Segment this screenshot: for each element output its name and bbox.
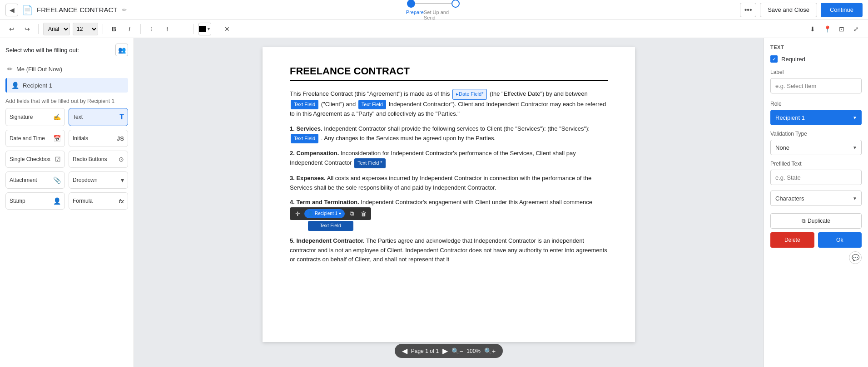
separator-1 [38,24,39,34]
steps-indicator: Prepare Set Up and Send [131,0,736,20]
fullscreen-icon[interactable]: ⤢ [850,23,863,35]
bottom-icon-row: 💬 [770,251,862,264]
zoom-in-button[interactable]: 🔍+ [484,347,496,355]
right-panel: TEXT ✓ Required Label Role Recipient 1 V… [764,38,868,367]
delete-ok-row: Delete Ok [770,232,862,248]
popup-copy-icon[interactable]: ⧉ [347,209,357,219]
text-color-button[interactable]: ▼ [198,23,211,35]
color-swatch [199,26,206,32]
checkbox-field[interactable]: Single Checkbox ☑ [5,151,65,168]
people-icon-button[interactable]: 👥 [115,44,128,56]
popup-recipient-tag[interactable]: 👤 Recipient 1 ▾ [304,209,345,218]
paragraph-1: This Freelance Contract (this "Agreement… [290,89,608,119]
clear-format-button[interactable]: ✕ [221,23,233,35]
title-divider [290,80,608,81]
continue-button[interactable]: Continue [821,3,863,17]
align-center-button[interactable]: ⁞ [161,23,174,35]
italic-button[interactable]: I [123,23,136,35]
align-left-button[interactable]: ⁝ [145,23,158,35]
label-input[interactable] [770,78,862,93]
document-area: FREELANCE CONTRACT This Freelance Contra… [134,38,764,367]
main-layout: Select who will be filling out: 👥 ✏ Me (… [0,38,868,367]
document-page: FREELANCE CONTRACT This Freelance Contra… [263,47,635,342]
stamp-field[interactable]: Stamp 👤 [5,192,65,210]
popup-move-icon[interactable]: ✛ [293,209,303,219]
text-field-chip-3[interactable]: Text Field [291,134,318,144]
validation-select-wrapper: None [770,140,862,155]
paragraph-2: 1. Services. Independent Contractor shal… [290,124,608,143]
chat-icon-button[interactable]: 💬 [849,251,862,264]
field-popup-toolbar: ✛ 👤 Recipient 1 ▾ ⧉ 🗑 [290,207,371,220]
signature-field[interactable]: Signature ✍ [5,108,65,126]
toolbar-right-icons: ⬇ 📍 ⊡ ⤢ [806,23,863,35]
formatting-toolbar: ↩ ↪ Arial 12 B I ⁝ ⁞ ▼ ✕ ⬇ 📍 ⊡ ⤢ [0,20,868,38]
required-option: ✓ Required [770,55,862,63]
top-bar-right: ••• Save and Close Continue [740,3,863,17]
date-time-field[interactable]: Date and Time 📅 [5,130,65,147]
next-page-button[interactable]: ▶ [442,347,448,355]
required-label: Required [781,56,805,63]
select-who-section: Select who will be filling out: 👥 [5,44,128,56]
popup-recipient-label: Recipient 1 [315,210,337,217]
step-line [415,3,451,4]
select-who-label: Select who will be filling out: [5,47,79,54]
view-icon[interactable]: ⊡ [835,23,848,35]
fields-grid: Signature ✍ Text T Date and Time 📅 Initi… [5,108,128,210]
back-button[interactable]: ◀ [5,4,18,16]
undo-button[interactable]: ↩ [5,23,18,35]
formula-field[interactable]: Formula fx [69,192,128,210]
label-field-label: Label [770,69,862,75]
bold-button[interactable]: B [108,23,120,35]
download-icon[interactable]: ⬇ [806,23,819,35]
top-bar-left: ◀ 📄 FREELANCE CONTRACT ✏ [5,4,127,16]
separator-2 [103,24,103,34]
validation-select[interactable]: None [770,140,862,155]
align-right-button[interactable] [176,23,189,35]
popup-recipient-arrow: ▾ [339,210,341,217]
role-label: Role [770,101,862,107]
text-field-chip-1[interactable]: Text Field [291,100,318,110]
text-field[interactable]: Text T [69,108,128,126]
right-panel-title: TEXT [770,44,862,50]
role-select-wrapper: Recipient 1 [770,110,862,125]
save-close-button[interactable]: Save and Close [760,3,817,17]
characters-select[interactable]: Characters [770,191,862,206]
text-field-chip-4[interactable]: Text Field * [354,158,385,168]
add-fields-label: Add fields that will be filled out by Re… [5,98,128,104]
dropdown-field[interactable]: Dropdown ▾ [69,171,128,189]
delete-button[interactable]: Delete [770,232,814,248]
edit-title-icon[interactable]: ✏ [122,7,127,13]
text-field-chip-2[interactable]: Text Field [358,100,386,110]
popup-delete-icon[interactable]: 🗑 [358,209,368,219]
date-field-chip[interactable]: ▸Date Field* [452,89,487,100]
popup-recipient-icon: 👤 [308,210,313,217]
font-family-select[interactable]: Arial [43,23,70,35]
attachment-field[interactable]: Attachment 📎 [5,171,65,189]
duplicate-icon: ⧉ [802,218,806,224]
text-field-chip-5[interactable]: Text Field [308,221,353,231]
separator-3 [140,24,141,34]
ok-button[interactable]: Ok [818,232,862,248]
paragraph-5: 4. Term and Termination. Independent Con… [290,198,608,230]
redo-button[interactable]: ↪ [21,23,34,35]
step-prepare-label: Prepare [406,10,424,20]
me-fill-option[interactable]: ✏ Me (Fill Out Now) [5,62,128,76]
initials-field[interactable]: Initials JS [69,130,128,147]
duplicate-button[interactable]: ⧉ Duplicate [770,213,862,229]
radio-field[interactable]: Radio Buttons ⊙ [69,151,128,168]
prev-page-button[interactable]: ◀ [402,347,407,355]
zoom-out-button[interactable]: 🔍− [451,347,463,355]
more-options-button[interactable]: ••• [740,3,756,17]
top-bar: ◀ 📄 FREELANCE CONTRACT ✏ Prepare Set Up … [0,0,868,20]
doc-icon: 📄 [22,5,33,15]
location-icon[interactable]: 📍 [821,23,833,35]
page-navigation: ◀ Page 1 of 1 ▶ 🔍− 100% 🔍+ [395,344,503,358]
role-select[interactable]: Recipient 1 [770,110,862,125]
font-size-select[interactable]: 12 [73,23,98,35]
prefilled-input[interactable] [770,170,862,185]
required-checkbox[interactable]: ✓ [770,55,778,63]
prefilled-label: Prefilled Text [770,161,862,167]
recipient-option[interactable]: 👤 Recipient 1 [5,78,128,93]
me-icon: ✏ [7,65,13,73]
steps-track [407,0,460,8]
